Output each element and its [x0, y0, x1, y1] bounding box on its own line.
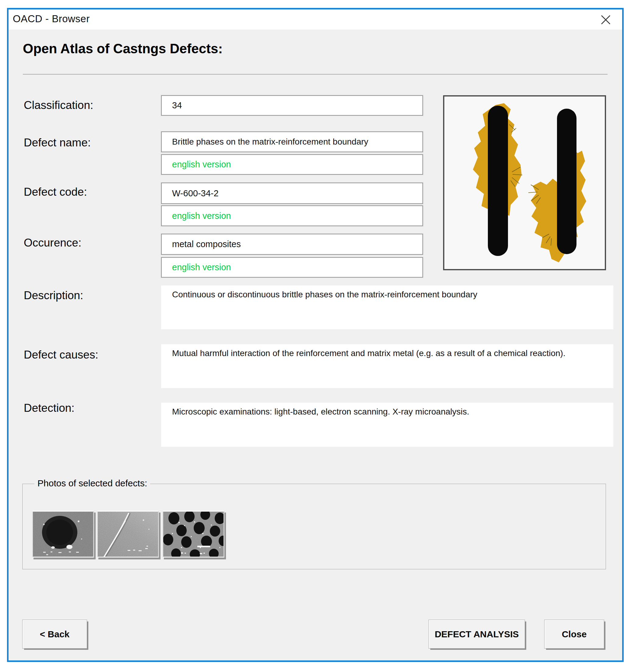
- defect-name-language-field[interactable]: english version: [161, 154, 423, 175]
- detection-label: Detection:: [24, 402, 75, 414]
- occurence-language-field[interactable]: english version: [161, 257, 423, 278]
- description-field[interactable]: Continuous or discontinuous brittle phas…: [161, 286, 613, 329]
- title-bar: OACD - Browser: [8, 9, 622, 29]
- back-button[interactable]: < Back: [22, 620, 87, 649]
- classification-label: Classification:: [24, 99, 93, 112]
- occurence-label: Occurence:: [24, 237, 81, 249]
- close-icon: [600, 14, 612, 26]
- photos-legend: Photos of selected defects:: [34, 478, 150, 488]
- defect-name-label: Defect name:: [24, 136, 91, 149]
- defect-photo-thumbnail-2[interactable]: [97, 511, 159, 557]
- description-label: Description:: [24, 289, 83, 302]
- heading-divider: [23, 74, 608, 75]
- defect-causes-label: Defect causes:: [24, 349, 98, 361]
- page-title: Open Atlas of Castngs Defects:: [23, 41, 223, 56]
- defect-code-language-field[interactable]: english version: [161, 206, 423, 226]
- defect-code-label: Defect code:: [24, 186, 87, 198]
- defect-code-field[interactable]: W-600-34-2: [161, 183, 423, 204]
- window-title: OACD - Browser: [13, 13, 90, 25]
- boundary-line-micrograph: [98, 512, 158, 557]
- oacd-browser-window: OACD - Browser Open Atlas of Castngs Def…: [7, 8, 624, 662]
- fiber-brittle-phase-diagram: [444, 96, 605, 269]
- fiber-cross-sections-micrograph: [163, 512, 224, 557]
- dark-inclusion-micrograph: [33, 512, 93, 557]
- classification-field[interactable]: 34: [161, 95, 423, 116]
- close-dialog-button[interactable]: Close: [544, 620, 604, 649]
- close-button[interactable]: [595, 11, 617, 28]
- defect-photo-thumbnail-3[interactable]: [162, 511, 225, 557]
- defect-name-field[interactable]: Brittle phases on the matrix-reinforceme…: [161, 131, 423, 152]
- defect-photo-thumbnail-1[interactable]: [32, 511, 94, 557]
- defect-analysis-button[interactable]: DEFECT ANALYSIS: [428, 620, 525, 649]
- occurence-field[interactable]: metal composites: [161, 234, 423, 255]
- defect-causes-field[interactable]: Mutual harmful interaction of the reinfo…: [161, 344, 613, 388]
- defect-schematic-image: [443, 95, 606, 270]
- detection-field[interactable]: Microscopic examinations: light-based, e…: [161, 403, 613, 447]
